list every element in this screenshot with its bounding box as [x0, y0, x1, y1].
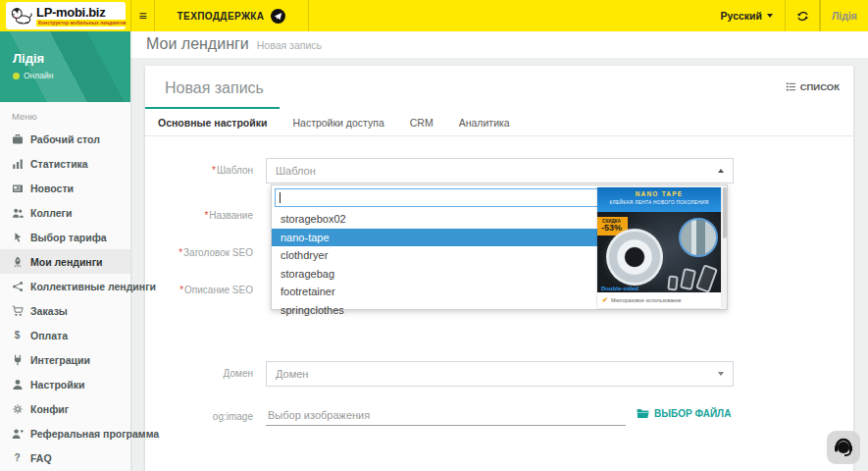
tab-crm[interactable]: CRM: [397, 107, 446, 135]
logo-title: LP-mobi.biz: [36, 6, 128, 19]
sidebar-item-label: Заказы: [30, 305, 68, 317]
check-icon: ✔: [602, 296, 608, 304]
telegram-icon: [271, 9, 285, 24]
support-chat-button[interactable]: [827, 431, 860, 464]
newspaper-icon: [11, 182, 24, 194]
text-cursor: [280, 192, 281, 203]
sidebar-item-dashboard[interactable]: Рабочий стол: [0, 127, 130, 151]
tab-analytics[interactable]: Аналитика: [446, 107, 523, 135]
preview-subtitle: КЛЕЙКАЯ ЛЕНТА НОВОГО ПОКОЛЕНИЯ: [597, 200, 721, 205]
chevron-down-icon: [767, 14, 773, 18]
template-preview-image: NANO TAPE КЛЕЙКАЯ ЛЕНТА НОВОГО ПОКОЛЕНИЯ…: [597, 187, 721, 308]
language-selector[interactable]: Русский: [709, 0, 785, 31]
card-title: Новая запись: [165, 79, 264, 97]
domain-select-value: Домен: [276, 368, 308, 380]
people-icon: [11, 206, 24, 219]
refresh-button[interactable]: [785, 0, 820, 31]
list-button[interactable]: СПИСОК: [786, 79, 840, 92]
breadcrumb: Мои лендинги Новая запись: [130, 31, 868, 58]
template-dropdown: storagebox02 nano-tape clothdryer storag…: [271, 184, 728, 310]
sidebar-item-settings[interactable]: Настройки: [0, 372, 130, 396]
profile-name: Лідія: [13, 51, 130, 66]
option-footretainer[interactable]: footretainer: [272, 283, 601, 301]
required-mark: *: [212, 165, 216, 176]
headset-icon: [832, 436, 855, 459]
sidebar-item-label: Настройки: [30, 379, 84, 391]
sidebar-item-orders[interactable]: Заказы: [0, 298, 130, 323]
profile-panel: Лідія Онлайн: [0, 31, 130, 102]
sidebar-item-referral[interactable]: Реферальная программа: [0, 421, 130, 445]
required-mark: *: [204, 210, 208, 221]
pointer-icon: [11, 231, 24, 243]
sidebar-item-label: Статистика: [30, 158, 88, 170]
option-springclothes[interactable]: springclothes: [272, 301, 601, 320]
og-image-label: og:image: [145, 404, 253, 422]
sidebar-item-label: Коллективные лендинги: [30, 281, 156, 292]
list-button-label: СПИСОК: [800, 81, 840, 92]
sidebar-item-my-landings[interactable]: Мои лендинги: [0, 249, 130, 274]
seo-title-label: *Заголовок SEO: [145, 240, 253, 258]
seo-desc-label: *Описание SEO: [145, 278, 253, 295]
choose-file-button[interactable]: ВЫБОР ФАЙЛА: [637, 408, 731, 419]
sidebar-item-label: Реферальная программа: [30, 428, 159, 440]
sidebar: Лідія Онлайн Меню Рабочий стол Статистик…: [0, 31, 130, 471]
sidebar-item-label: Конфиг: [30, 403, 69, 415]
preview-footer-text: Многоразовое использование: [611, 297, 682, 303]
option-storagebox02[interactable]: storagebox02: [272, 210, 601, 229]
dollar-icon: $: [11, 329, 24, 341]
support-label: ТЕХПОДДЕРЖКА: [178, 11, 265, 22]
gears-icon: [11, 402, 24, 415]
sidebar-item-label: Выбор тарифа: [30, 232, 107, 243]
user-icon: [11, 378, 24, 391]
topbar-username[interactable]: Лідія: [820, 0, 868, 31]
sidebar-item-payment[interactable]: $ Оплата: [0, 323, 130, 347]
refresh-icon: [796, 10, 809, 23]
sidebar-item-statistics[interactable]: Статистика: [0, 151, 130, 176]
required-mark: *: [179, 285, 183, 295]
page-title: Мои лендинги: [146, 35, 249, 53]
preview-title: NANO TAPE: [597, 190, 721, 197]
online-status-label: Онлайн: [24, 71, 53, 80]
domain-select[interactable]: Домен: [266, 361, 734, 387]
chevron-up-icon: [718, 169, 724, 173]
briefcase-icon: [11, 132, 24, 145]
user-plus-icon: [11, 427, 24, 440]
dropdown-scrollbar[interactable]: [722, 185, 727, 309]
new-record-card: Новая запись СПИСОК Основные настройки Н…: [145, 66, 853, 471]
preview-caption: Double-sided: [601, 286, 638, 291]
sidebar-item-label: Коллеги: [30, 207, 72, 219]
tab-main-settings[interactable]: Основные настройки: [145, 107, 280, 135]
breadcrumb-sub: Новая запись: [257, 39, 322, 51]
option-nano-tape[interactable]: nano-tape: [272, 229, 601, 247]
logo-subtitle: Конструктор мобильных лендингов: [36, 20, 128, 26]
tab-bar: Основные настройки Настройки доступа CRM…: [145, 107, 853, 136]
template-select-value: Шаблон: [276, 165, 316, 177]
logo[interactable]: LP-mobi.biz Конструктор мобильных лендин…: [0, 0, 130, 31]
cart-icon: [11, 304, 24, 317]
sidebar-item-colleagues[interactable]: Коллеги: [0, 200, 130, 225]
option-storagebag[interactable]: storagebag: [272, 265, 601, 284]
template-select[interactable]: Шаблон: [266, 158, 734, 183]
hamburger-menu-icon[interactable]: ≡: [130, 0, 154, 31]
sidebar-item-news[interactable]: Новости: [0, 176, 130, 200]
option-clothdryer[interactable]: clothdryer: [272, 246, 601, 265]
sidebar-item-label: Мои лендинги: [30, 256, 103, 268]
sidebar-item-collective-landings[interactable]: Коллективные лендинги: [0, 274, 130, 298]
domain-label: Домен: [145, 361, 253, 379]
plug-icon: [11, 353, 24, 366]
support-button[interactable]: ТЕХПОДДЕРЖКА: [154, 0, 309, 31]
sidebar-item-faq[interactable]: ? FAQ: [0, 445, 130, 470]
tape-roll-image: [606, 229, 663, 286]
sidebar-item-tariff[interactable]: Выбор тарифа: [0, 225, 130, 249]
dropdown-search-input[interactable]: [275, 188, 598, 207]
sidebar-item-label: Новости: [30, 183, 74, 194]
name-label: *Название: [145, 203, 253, 221]
dog-logo-icon: [10, 5, 33, 26]
tab-access-settings[interactable]: Настройки доступа: [280, 107, 396, 135]
list-icon: [786, 81, 796, 92]
sidebar-item-label: Рабочий стол: [30, 133, 100, 145]
og-image-input[interactable]: [266, 404, 626, 426]
sidebar-item-integrations[interactable]: Интеграции: [0, 347, 130, 372]
sidebar-item-config[interactable]: Конфиг: [0, 396, 130, 421]
chevron-down-icon: [718, 372, 724, 376]
